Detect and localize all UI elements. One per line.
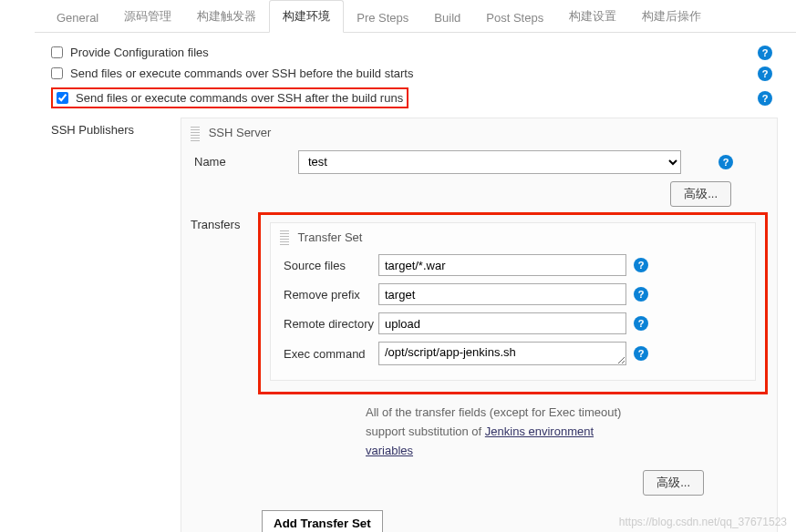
help-icon[interactable]: ? — [634, 316, 648, 331]
tab-triggers[interactable]: 构建触发器 — [184, 1, 269, 32]
exec-command-label: Exec command — [280, 347, 378, 361]
transfer-note: All of the transfer fields (except for E… — [366, 404, 639, 460]
transfer-set-block: Transfer Set Source files ? Remove prefi… — [270, 222, 756, 382]
ssh-server-advanced-row: 高级... — [191, 181, 731, 207]
ssh-server-advanced-button[interactable]: 高级... — [670, 181, 731, 207]
config-tabs: General 源码管理 构建触发器 构建环境 Pre Steps Build … — [35, 0, 796, 33]
highlight-box: Send files or execute commands over SSH … — [51, 87, 408, 108]
remote-directory-input[interactable] — [378, 312, 626, 334]
transfers-label: Transfers — [191, 212, 258, 532]
exec-command-input[interactable]: /opt/script/app-jenkins.sh — [378, 342, 626, 365]
tab-content: Provide Configuration files ? Send files… — [0, 33, 796, 532]
tab-build[interactable]: Build — [421, 4, 473, 32]
remove-prefix-row: Remove prefix ? — [280, 283, 746, 305]
transfer-advanced-button[interactable]: 高级... — [643, 470, 704, 496]
add-transfer-set-button[interactable]: Add Transfer Set — [262, 510, 383, 532]
help-icon[interactable]: ? — [758, 66, 772, 81]
drag-handle-icon[interactable] — [280, 230, 289, 245]
transfers-section: Transfers Transfer Set Source files ? — [191, 212, 768, 532]
help-icon[interactable]: ? — [634, 287, 648, 302]
name-row: Name test ? — [191, 150, 768, 174]
help-icon[interactable]: ? — [634, 346, 648, 361]
transfers-body: Transfer Set Source files ? Remove prefi… — [258, 212, 768, 532]
highlight-box-transfers: Transfer Set Source files ? Remove prefi… — [258, 212, 768, 395]
drag-handle-icon[interactable] — [191, 127, 200, 141]
transfer-advanced-row: 高级... — [258, 470, 704, 496]
remove-prefix-input[interactable] — [378, 283, 626, 305]
ssh-after-label: Send files or execute commands over SSH … — [76, 91, 403, 105]
help-icon[interactable]: ? — [758, 91, 772, 106]
provide-config-label: Provide Configuration files — [70, 46, 209, 59]
tab-general[interactable]: General — [44, 4, 111, 32]
ssh-publishers-label: SSH Publishers — [51, 118, 177, 532]
source-files-row: Source files ? — [280, 254, 746, 276]
ssh-server-title-text: SSH Server — [209, 126, 272, 139]
transfer-set-title-text: Transfer Set — [297, 230, 362, 244]
tab-post-build[interactable]: 构建后操作 — [629, 1, 714, 32]
exec-command-row: Exec command /opt/script/app-jenkins.sh … — [280, 342, 746, 365]
remove-prefix-label: Remove prefix — [280, 288, 378, 302]
ssh-before-label: Send files or execute commands over SSH … — [70, 66, 413, 80]
checkbox-row-ssh-after: Send files or execute commands over SSH … — [51, 84, 778, 112]
checkbox-row-ssh-before: Send files or execute commands over SSH … — [51, 63, 778, 84]
help-icon[interactable]: ? — [718, 155, 733, 169]
tab-pre-steps[interactable]: Pre Steps — [344, 4, 421, 32]
ssh-server-name-select[interactable]: test — [298, 150, 681, 174]
source-files-label: Source files — [280, 259, 378, 272]
ssh-publishers-section: SSH Publishers SSH Server Name test ? 高级… — [51, 118, 778, 532]
source-files-input[interactable] — [378, 254, 626, 276]
help-icon[interactable]: ? — [634, 258, 648, 272]
help-icon[interactable]: ? — [758, 46, 772, 60]
tab-post-steps[interactable]: Post Steps — [473, 4, 556, 32]
remote-directory-row: Remote directory ? — [280, 312, 746, 334]
name-label: Name — [191, 155, 298, 169]
ssh-after-checkbox[interactable] — [57, 92, 68, 104]
tab-scm[interactable]: 源码管理 — [111, 1, 184, 32]
provide-config-checkbox[interactable] — [51, 46, 63, 58]
checkbox-row-provide-config: Provide Configuration files ? — [51, 42, 778, 63]
ssh-publisher-body: SSH Server Name test ? 高级... Transfers — [181, 118, 778, 532]
tab-build-environment[interactable]: 构建环境 — [269, 0, 344, 33]
ssh-server-title: SSH Server — [191, 126, 768, 141]
ssh-before-checkbox[interactable] — [51, 67, 63, 79]
tab-build-settings[interactable]: 构建设置 — [556, 1, 629, 32]
transfer-set-title: Transfer Set — [280, 230, 746, 246]
remote-directory-label: Remote directory — [280, 317, 378, 331]
